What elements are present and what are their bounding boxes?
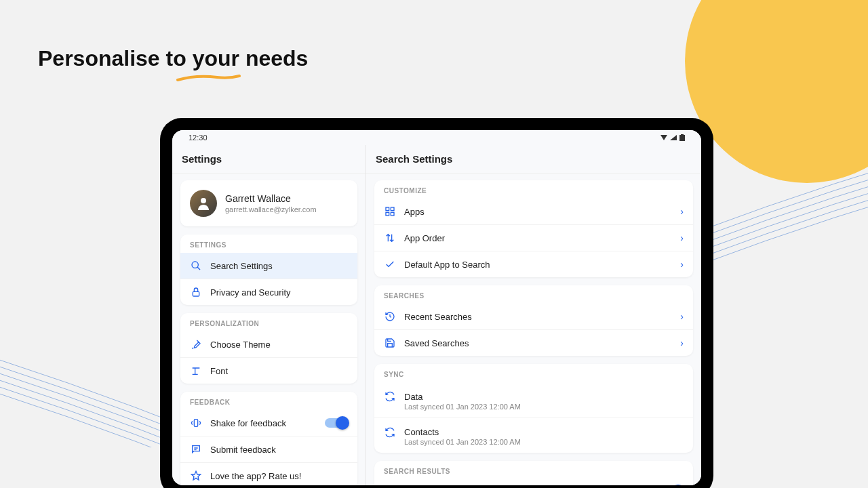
toggle-shake-feedback[interactable] [325, 418, 348, 428]
sidebar-item-label: Shake for feedback [210, 418, 325, 428]
section-label-personalization: PERSONALIZATION [180, 313, 357, 331]
tablet-screen: 12:30 Settings Garrett Wallace garrett.w… [172, 130, 701, 485]
sidebar-item-rate-app[interactable]: Love the app? Rate us! [180, 462, 357, 485]
profile-name: Garrett Wallace [225, 193, 317, 204]
svg-rect-1 [681, 134, 684, 135]
section-label-customize: CUSTOMIZE [374, 180, 693, 199]
sort-icon [384, 232, 396, 244]
sidebar-item-font[interactable]: Font [180, 357, 357, 384]
profile-email: garrett.wallace@zylker.com [225, 205, 317, 214]
sidebar-item-label: Choose Theme [210, 340, 348, 350]
row-apps[interactable]: Apps › [374, 199, 693, 224]
settings-left-pane: Settings Garrett Wallace garrett.wallace… [172, 145, 366, 485]
row-app-order[interactable]: App Order › [374, 224, 693, 251]
row-label: Saved Searches [404, 338, 680, 348]
sidebar-item-shake-feedback[interactable]: Shake for feedback [180, 410, 357, 436]
hero-underline [176, 73, 241, 84]
row-label: Recent Searches [404, 312, 680, 322]
signal-icon [670, 135, 677, 140]
sync-icon [384, 426, 396, 439]
sync-card: SYNC Data Last synced 01 Jan 2023 12:00 … [374, 364, 693, 453]
row-default-app[interactable]: Default App to Search › [374, 251, 693, 277]
sidebar-item-search-settings[interactable]: Search Settings [180, 253, 357, 279]
sidebar-item-theme[interactable]: Choose Theme [180, 331, 357, 357]
row-label: Data [404, 392, 684, 402]
sidebar-item-label: Love the app? Rate us! [210, 471, 348, 481]
settings-right-pane: Search Settings CUSTOMIZE Apps › App Ord… [366, 145, 701, 485]
avatar [190, 190, 217, 217]
row-sublabel: Last synced 01 Jan 2023 12:00 AM [374, 403, 693, 418]
row-saved-searches[interactable]: Saved Searches › [374, 329, 693, 356]
svg-rect-8 [386, 212, 389, 216]
right-pane-title: Search Settings [366, 145, 701, 174]
svg-rect-9 [391, 212, 394, 216]
svg-rect-4 [193, 291, 199, 296]
sidebar-item-label: Search Settings [210, 261, 348, 271]
svg-point-2 [201, 198, 206, 203]
section-label-searches: SEARCHES [374, 285, 693, 304]
lock-icon [190, 286, 202, 298]
chevron-right-icon: › [680, 232, 684, 243]
chevron-right-icon: › [680, 311, 684, 322]
sync-icon [384, 390, 396, 403]
row-label: Default App to Search [404, 260, 680, 270]
chevron-right-icon: › [680, 259, 684, 270]
wifi-icon [660, 135, 667, 140]
row-sublabel: Last synced 01 Jan 2023 12:00 AM [374, 438, 693, 453]
row-label: Contacts [404, 427, 684, 437]
search-results-card: SEARCH RESULTS Highlight matching words … [374, 461, 693, 485]
customize-card: CUSTOMIZE Apps › App Order › Default App… [374, 180, 693, 277]
check-icon [384, 258, 396, 270]
feedback-section-card: FEEDBACK Shake for feedback Submit feedb… [180, 392, 357, 485]
section-label-sync: SYNC [374, 364, 693, 382]
row-label: App Order [404, 233, 680, 243]
chevron-right-icon: › [680, 206, 684, 217]
svg-rect-7 [391, 207, 394, 211]
svg-rect-6 [386, 207, 389, 211]
star-icon [190, 470, 202, 482]
sidebar-item-label: Font [210, 366, 348, 376]
apps-icon [384, 205, 396, 218]
save-icon [384, 337, 396, 349]
sidebar-item-label: Privacy and Security [210, 287, 348, 298]
settings-section-card: SETTINGS Search Settings Privacy and Sec… [180, 235, 357, 305]
section-label-settings: SETTINGS [180, 235, 357, 253]
section-label-feedback: FEEDBACK [180, 392, 357, 410]
shake-icon [190, 417, 202, 429]
sidebar-item-submit-feedback[interactable]: Submit feedback [180, 436, 357, 462]
hero-title: Personalise to your needs [38, 46, 308, 71]
search-icon [190, 260, 202, 272]
sidebar-item-privacy[interactable]: Privacy and Security [180, 279, 357, 305]
battery-icon [679, 134, 685, 141]
section-label-search-results: SEARCH RESULTS [374, 461, 693, 479]
font-icon [190, 365, 202, 377]
svg-point-3 [192, 262, 198, 268]
feedback-icon [190, 443, 202, 455]
searches-card: SEARCHES Recent Searches › Saved Searche… [374, 285, 693, 356]
row-highlight-matching[interactable]: Highlight matching words in the search r… [374, 479, 693, 485]
row-recent-searches[interactable]: Recent Searches › [374, 304, 693, 329]
svg-rect-5 [194, 420, 197, 427]
svg-rect-0 [679, 135, 685, 141]
personalization-section-card: PERSONALIZATION Choose Theme Font [180, 313, 357, 384]
brush-icon [190, 338, 202, 350]
left-pane-title: Settings [172, 145, 366, 174]
status-time: 12:30 [189, 134, 208, 142]
chevron-right-icon: › [680, 338, 684, 348]
row-label: Apps [404, 207, 680, 217]
history-icon [384, 310, 396, 323]
sidebar-item-label: Submit feedback [210, 445, 348, 455]
tablet-frame: 12:30 Settings Garrett Wallace garrett.w… [160, 118, 713, 488]
profile-card[interactable]: Garrett Wallace garrett.wallace@zylker.c… [180, 180, 357, 226]
status-bar: 12:30 [172, 130, 701, 145]
